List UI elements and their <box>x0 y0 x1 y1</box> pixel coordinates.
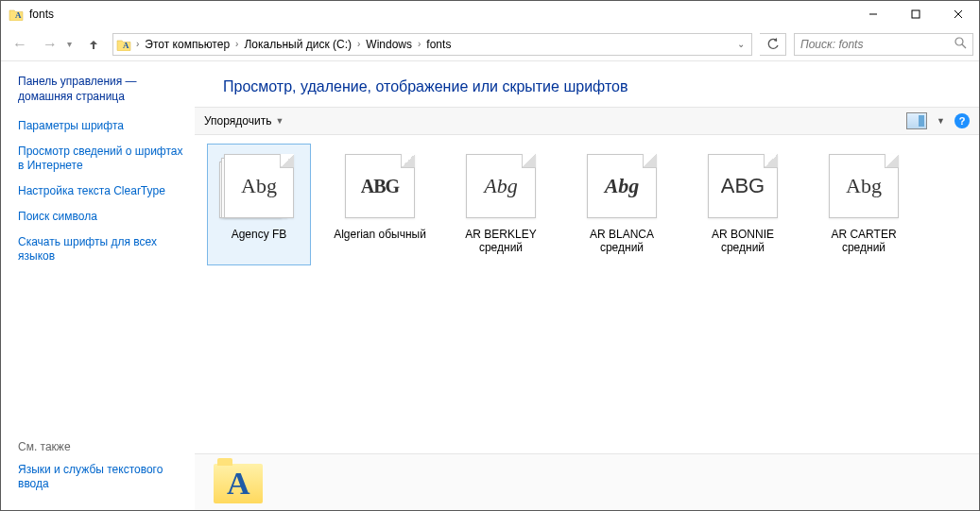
view-mode-button[interactable] <box>906 112 927 129</box>
font-thumbnail: Abg <box>826 150 902 222</box>
font-item[interactable]: AbgAR CARTER средний <box>813 145 915 264</box>
organize-button[interactable]: Упорядочить ▼ <box>204 114 284 128</box>
toolbar: Упорядочить ▼ ▼ ? <box>195 107 979 135</box>
sidebar-link[interactable]: Скачать шрифты для всех языков <box>18 235 183 264</box>
sidebar-link[interactable]: Просмотр сведений о шрифтах в Интернете <box>18 145 183 173</box>
svg-line-7 <box>962 44 966 48</box>
breadcrumb[interactable]: Локальный диск (C:) <box>240 34 355 55</box>
view-dropdown[interactable]: ▼ <box>937 116 945 126</box>
sidebar-link[interactable]: Поиск символа <box>18 210 183 224</box>
search-input[interactable] <box>800 38 954 51</box>
font-thumbnail: Abg <box>463 150 539 222</box>
chevron-right-icon[interactable]: › <box>233 39 240 49</box>
font-label: Agency FB <box>232 228 287 241</box>
main-pane: Просмотр, удаление, отображение или скры… <box>195 61 979 510</box>
svg-rect-2 <box>912 10 920 18</box>
font-thumbnail: ABG <box>342 150 418 222</box>
close-button[interactable] <box>937 1 979 27</box>
explorer-window: A fonts ← → ▾ A <box>0 0 980 511</box>
back-button[interactable]: ← <box>7 31 33 58</box>
address-bar[interactable]: A › Этот компьютер › Локальный диск (C:)… <box>112 33 752 56</box>
font-thumbnail: Abg <box>221 150 297 222</box>
font-item[interactable]: AbgAR BERKLEY средний <box>450 145 552 264</box>
font-sample: Abg <box>484 174 517 198</box>
font-sample: ABG <box>721 174 765 198</box>
breadcrumb[interactable]: Этот компьютер <box>141 34 233 55</box>
window-controls <box>851 1 979 27</box>
font-label: AR CARTER средний <box>815 228 913 255</box>
navigation-bar: ← → ▾ A › Этот компьютер › Локальный дис… <box>1 27 979 60</box>
refresh-button[interactable] <box>760 33 786 56</box>
sidebar: Панель управления — домашняя страница Па… <box>1 61 195 510</box>
svg-text:A: A <box>15 10 22 20</box>
maximize-button[interactable] <box>894 1 937 27</box>
font-item[interactable]: AbgAgency FB <box>208 145 310 264</box>
address-dropdown[interactable]: ⌄ <box>732 39 749 49</box>
font-item[interactable]: ABGAR BONNIE средний <box>692 145 794 264</box>
details-pane: A <box>195 453 979 510</box>
help-button[interactable]: ? <box>954 113 970 128</box>
see-also-label: См. также <box>18 440 183 453</box>
svg-text:A: A <box>123 41 129 50</box>
sidebar-link[interactable]: Языки и службы текстового ввода <box>18 463 183 491</box>
chevron-down-icon: ▼ <box>275 116 284 126</box>
breadcrumb[interactable]: Windows <box>362 34 416 55</box>
titlebar: A fonts <box>1 1 979 27</box>
font-grid: AbgAgency FBABGAlgerian обычныйAbgAR BER… <box>195 135 979 453</box>
breadcrumb[interactable]: fonts <box>422 34 455 55</box>
address-icon: A <box>115 36 132 53</box>
window-title: fonts <box>29 8 54 21</box>
search-box[interactable] <box>794 33 973 56</box>
font-sample: Abg <box>605 174 640 198</box>
chevron-right-icon[interactable]: › <box>416 39 422 49</box>
font-label: AR BERKLEY средний <box>452 228 550 255</box>
folder-icon: A <box>9 8 24 21</box>
folder-preview-icon: A <box>214 460 266 505</box>
sidebar-link[interactable]: Параметры шрифта <box>18 119 183 133</box>
font-label: Algerian обычный <box>334 228 426 241</box>
font-sample: Abg <box>846 174 882 198</box>
up-button[interactable] <box>82 33 105 56</box>
cp-home-link[interactable]: Панель управления — домашняя страница <box>18 75 183 104</box>
history-dropdown[interactable]: ▾ <box>67 39 78 49</box>
svg-point-6 <box>955 38 963 45</box>
chevron-right-icon[interactable]: › <box>355 39 362 49</box>
font-item[interactable]: AbgAR BLANCA средний <box>571 145 673 264</box>
forward-button[interactable]: → <box>37 31 63 58</box>
minimize-button[interactable] <box>851 1 894 27</box>
font-label: AR BLANCA средний <box>573 228 671 255</box>
page-title: Просмотр, удаление, отображение или скры… <box>195 61 979 107</box>
search-icon <box>954 37 967 52</box>
organize-label: Упорядочить <box>204 114 271 128</box>
font-thumbnail: ABG <box>705 150 781 222</box>
font-item[interactable]: ABGAlgerian обычный <box>329 145 431 264</box>
body: Панель управления — домашняя страница Па… <box>1 60 979 510</box>
sidebar-link[interactable]: Настройка текста ClearType <box>18 184 183 198</box>
font-label: AR BONNIE средний <box>694 228 792 255</box>
chevron-right-icon[interactable]: › <box>134 39 141 49</box>
font-sample: ABG <box>361 176 399 197</box>
font-sample: Abg <box>241 174 277 198</box>
font-thumbnail: Abg <box>584 150 660 222</box>
